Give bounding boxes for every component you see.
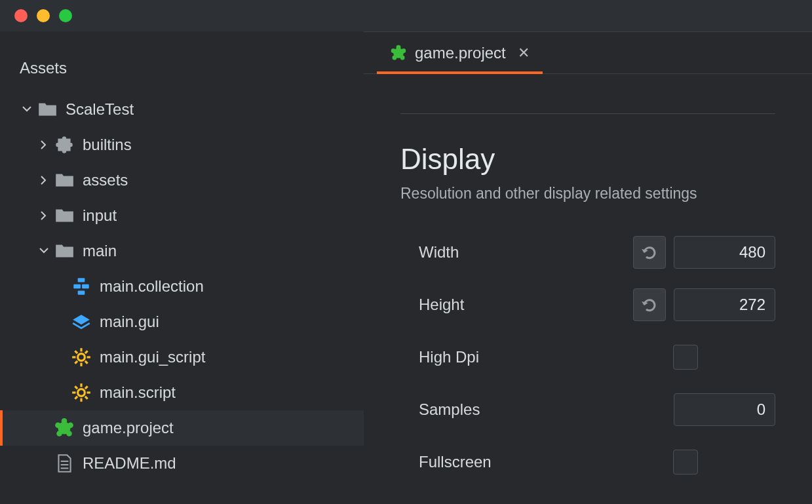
close-window-button[interactable] <box>14 9 28 22</box>
tree-row-main-collection[interactable]: main.collection <box>0 269 364 304</box>
folder-icon <box>54 205 75 226</box>
setting-row-width: Width <box>400 226 775 279</box>
setting-label: High Dpi <box>400 348 673 366</box>
settings-section: Display Resolution and other display rel… <box>364 74 812 488</box>
height-input[interactable] <box>674 288 775 321</box>
window-titlebar <box>0 0 812 31</box>
tree-label: main.collection <box>100 277 204 296</box>
tree-label: assets <box>83 171 128 189</box>
asset-tree: ScaleTest builtins assets input <box>0 92 364 481</box>
chevron-right-icon[interactable] <box>37 173 51 187</box>
chevron-right-icon[interactable] <box>37 208 51 223</box>
setting-row-height: Height <box>400 279 775 331</box>
reset-width-button[interactable] <box>633 236 666 269</box>
project-icon <box>390 45 407 62</box>
fullscreen-checkbox[interactable] <box>673 450 698 475</box>
project-icon <box>54 417 75 438</box>
chevron-down-icon[interactable] <box>20 102 34 117</box>
section-divider <box>400 113 775 114</box>
tree-row-builtins[interactable]: builtins <box>0 127 364 163</box>
samples-input[interactable] <box>674 393 775 426</box>
setting-row-fullscreen: Fullscreen <box>400 436 775 488</box>
folder-icon <box>37 99 58 120</box>
chevron-down-icon[interactable] <box>37 244 51 258</box>
high-dpi-checkbox[interactable] <box>673 345 698 370</box>
section-subtitle: Resolution and other display related set… <box>400 185 775 203</box>
tree-label: builtins <box>83 136 132 154</box>
tree-row-game-project[interactable]: game.project <box>0 410 364 446</box>
tree-row-main-script[interactable]: main.script <box>0 375 364 410</box>
tab-label: game.project <box>415 44 506 62</box>
setting-label: Fullscreen <box>400 453 673 471</box>
section-title: Display <box>400 143 775 176</box>
editor-panel: game.project ✕ Display Resolution and ot… <box>364 31 812 504</box>
tree-row-assets[interactable]: assets <box>0 163 364 198</box>
setting-label: Width <box>400 243 633 262</box>
sidebar-title: Assets <box>0 50 364 92</box>
tree-label: ScaleTest <box>66 100 134 119</box>
assets-sidebar: Assets ScaleTest builtins assets <box>0 31 364 504</box>
collection-icon <box>71 276 92 297</box>
tree-row-main-gui-script[interactable]: main.gui_script <box>0 339 364 375</box>
gui-icon <box>71 311 92 332</box>
tree-label: README.md <box>83 454 176 473</box>
tree-row-main-gui[interactable]: main.gui <box>0 304 364 339</box>
reset-height-button[interactable] <box>633 288 666 321</box>
editor-tabs: game.project ✕ <box>364 32 812 74</box>
tree-label: main <box>83 242 117 260</box>
puzzle-icon <box>54 134 75 155</box>
tab-game-project[interactable]: game.project ✕ <box>377 32 543 73</box>
tree-row-root[interactable]: ScaleTest <box>0 92 364 127</box>
file-icon <box>54 453 75 474</box>
tree-label: input <box>83 206 117 225</box>
tree-label: main.gui <box>100 313 159 331</box>
tree-label: game.project <box>83 419 174 437</box>
tree-row-input[interactable]: input <box>0 198 364 233</box>
tree-row-main[interactable]: main <box>0 233 364 269</box>
minimize-window-button[interactable] <box>37 9 50 22</box>
tree-label: main.script <box>100 383 176 402</box>
setting-row-high-dpi: High Dpi <box>400 331 775 383</box>
tree-label: main.gui_script <box>100 348 205 366</box>
chevron-right-icon[interactable] <box>37 138 51 152</box>
maximize-window-button[interactable] <box>59 9 72 22</box>
tree-row-readme[interactable]: README.md <box>0 446 364 481</box>
setting-label: Samples <box>400 400 674 419</box>
folder-icon <box>54 241 75 262</box>
setting-label: Height <box>400 296 633 314</box>
gear-icon <box>71 382 92 403</box>
width-input[interactable] <box>674 236 775 269</box>
gear-icon <box>71 347 92 368</box>
folder-icon <box>54 170 75 191</box>
setting-row-samples: Samples <box>400 383 775 436</box>
close-tab-icon[interactable]: ✕ <box>518 45 530 62</box>
